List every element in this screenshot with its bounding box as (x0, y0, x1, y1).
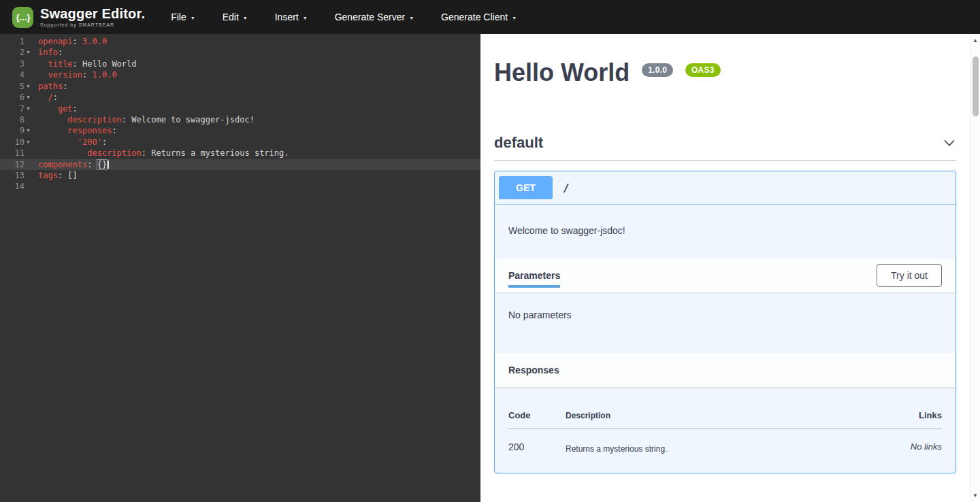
line-number: 6 (20, 92, 24, 103)
responses-header: Responses (495, 353, 956, 387)
scroll-up-icon[interactable]: ▲ (970, 37, 980, 44)
api-title-text: Hello World (494, 58, 630, 86)
scrollbar-thumb[interactable] (973, 56, 979, 116)
code-line[interactable]: version: 1.0.0 (33, 69, 480, 80)
api-info-section: Hello World 1.0.0 OAS3 (480, 34, 970, 99)
scroll-down-icon[interactable]: ▼ (970, 492, 980, 499)
responses-table-header-row: Code Description Links (508, 401, 942, 429)
gutter-line: 8 (0, 114, 33, 125)
code-line[interactable]: /: (33, 92, 480, 103)
line-number: 3 (20, 58, 24, 69)
chevron-down-icon[interactable] (943, 136, 956, 150)
menu-label: Edit (223, 12, 239, 22)
menu-edit[interactable]: Edit▼ (223, 12, 248, 22)
col-header-links: Links (860, 401, 942, 429)
line-number: 14 (15, 181, 24, 192)
line-number: 13 (15, 170, 24, 181)
operation-summary[interactable]: GET / (495, 171, 956, 205)
line-number: 12 (15, 159, 24, 170)
menu-bar: File▼Edit▼Insert▼Generate Server▼Generat… (171, 12, 517, 22)
code-line[interactable] (33, 181, 480, 192)
fold-toggle-icon[interactable]: ▼ (24, 47, 32, 58)
responses-body: Code Description Links 200 Returns a mys… (495, 387, 956, 473)
responses-table: Code Description Links 200 Returns a mys… (508, 401, 942, 454)
menu-insert[interactable]: Insert▼ (275, 12, 308, 22)
gutter-line: 4 (0, 69, 33, 80)
caret-down-icon: ▼ (243, 14, 248, 20)
line-number: 4 (20, 69, 24, 80)
caret-down-icon: ▼ (303, 14, 308, 20)
menu-generate-client[interactable]: Generate Client▼ (441, 12, 517, 22)
brand-text: Swagger Editor. Supported by SMARTBEAR (40, 7, 145, 27)
code-line[interactable]: title: Hello World (33, 58, 480, 69)
method-badge: GET (499, 176, 553, 199)
operation-path: / (563, 182, 570, 195)
code-line[interactable]: '200': (33, 137, 480, 148)
code-line[interactable]: responses: (33, 125, 480, 136)
fold-toggle-icon[interactable]: ▼ (24, 81, 32, 92)
text-cursor (108, 161, 109, 169)
response-row: 200 Returns a mysterious string. No link… (508, 429, 942, 454)
parameters-header: Parameters Try it out (495, 258, 956, 292)
opblock-get: GET / Welcome to swagger-jsdoc! Paramete… (494, 171, 956, 473)
try-it-out-button[interactable]: Try it out (877, 264, 942, 287)
line-number: 9 (20, 125, 24, 136)
line-number: 10 (15, 137, 24, 148)
menu-label: File (171, 12, 186, 22)
tag-section-default[interactable]: default (494, 128, 956, 161)
fold-toggle-icon[interactable]: ▼ (24, 125, 32, 136)
code-line[interactable]: info: (33, 47, 480, 58)
app-title: Swagger Editor. (40, 7, 145, 21)
editor-code[interactable]: openapi: 3.0.0info: title: Hello World v… (33, 36, 480, 502)
topbar: {…} Swagger Editor. Supported by SMARTBE… (0, 0, 980, 34)
line-number: 11 (15, 148, 24, 158)
code-line[interactable]: tags: [] (33, 170, 480, 181)
swagger-logo-icon: {…} (12, 7, 33, 28)
caret-down-icon: ▼ (512, 14, 517, 20)
response-links: No links (860, 429, 942, 454)
col-header-description: Description (566, 401, 860, 429)
gutter-line: 1 (0, 36, 33, 47)
line-number: 8 (20, 114, 24, 125)
preview-scrollbar[interactable]: ▲ ▼ (970, 34, 980, 502)
menu-generate-server[interactable]: Generate Server▼ (335, 12, 414, 22)
code-line[interactable]: paths: (33, 81, 480, 92)
editor-gutter: 12▼345▼6▼7▼89▼10▼11121314 (0, 36, 33, 502)
api-title: Hello World 1.0.0 OAS3 (494, 58, 956, 87)
caret-down-icon: ▼ (409, 14, 414, 20)
fold-toggle-icon[interactable]: ▼ (24, 137, 32, 148)
gutter-line: 3 (0, 58, 33, 69)
responses-title: Responses (508, 353, 559, 387)
line-number: 2 (20, 47, 24, 58)
yaml-editor[interactable]: 12▼345▼6▼7▼89▼10▼11121314 openapi: 3.0.0… (0, 34, 480, 502)
gutter-line: 10▼ (0, 137, 33, 148)
gutter-line: 2▼ (0, 47, 33, 58)
oas-badge: OAS3 (685, 63, 720, 77)
code-line[interactable]: description: Returns a mysterious string… (33, 148, 480, 158)
menu-label: Insert (275, 12, 299, 22)
code-line[interactable]: get: (33, 103, 480, 114)
gutter-line: 14 (0, 181, 33, 192)
line-number: 1 (20, 36, 24, 47)
gutter-line: 12 (0, 159, 33, 170)
line-number: 5 (20, 81, 24, 92)
fold-toggle-icon[interactable]: ▼ (24, 92, 32, 103)
code-line[interactable]: openapi: 3.0.0 (33, 36, 480, 47)
brand-subtitle: Supported by SMARTBEAR (40, 22, 145, 27)
caret-down-icon: ▼ (191, 14, 195, 20)
gutter-line: 9▼ (0, 125, 33, 136)
main-split: 12▼345▼6▼7▼89▼10▼11121314 openapi: 3.0.0… (0, 34, 980, 502)
gutter-line: 11 (0, 148, 33, 158)
gutter-line: 13 (0, 170, 33, 181)
menu-label: Generate Server (335, 12, 406, 22)
gutter-line: 6▼ (0, 92, 33, 103)
code-line[interactable]: components: {} (33, 159, 480, 170)
version-badge: 1.0.0 (642, 63, 673, 77)
gutter-line: 5▼ (0, 81, 33, 92)
menu-file[interactable]: File▼ (171, 12, 195, 22)
col-header-code: Code (508, 401, 566, 429)
menu-label: Generate Client (441, 12, 508, 22)
fold-toggle-icon[interactable]: ▼ (24, 103, 32, 114)
code-line[interactable]: description: Welcome to swagger-jsdoc! (33, 114, 480, 125)
tab-parameters[interactable]: Parameters (508, 258, 560, 292)
